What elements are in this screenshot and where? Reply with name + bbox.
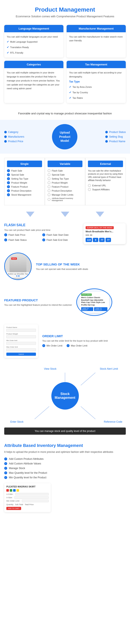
order-limit-heading: ORDER LIMIT xyxy=(42,334,108,338)
add-to-wishlist-btn[interactable]: + ADD TO WISHLIST xyxy=(94,307,107,311)
language-management-header: Language Management xyxy=(4,25,63,32)
attr-check-3: ✓ xyxy=(4,467,7,470)
flash-sale-card: SUPER DEAL OF THE MONT Mesh Breathable M… xyxy=(83,223,126,244)
external-type-col: External You can sale the other marketpl… xyxy=(85,158,126,205)
upload-model-section: Category Manufacturers Product Price Upl… xyxy=(0,120,130,154)
attr-heading: Attribute Based Inventory Management xyxy=(4,443,126,448)
tax-check-icon-2: ✔ xyxy=(69,90,71,95)
language-body-text: You can add multiple languages as per yo… xyxy=(7,35,61,39)
dot-icon-4 xyxy=(105,131,108,133)
arrows-row xyxy=(0,210,130,219)
flash-sale-text: FLASH SALE You can set product flash sal… xyxy=(4,223,79,242)
stock-management-section: View Stock Stock Alert Limit Stock Manag… xyxy=(0,362,130,439)
order-limits-row: ✓ Min Order Limit ✓ Max Order Limit xyxy=(42,344,108,348)
form-label-4: Max Order limit xyxy=(6,346,36,348)
arrow-down-1 xyxy=(26,212,35,217)
external-body-text: You can sale the other marketplace produ… xyxy=(88,169,123,182)
flash-features-grid: ✓ Flash Sale Price ✓ Flash Sale Start Da… xyxy=(4,234,79,242)
timer-box-4: 77 xyxy=(105,238,111,242)
single-check-3: ✓ xyxy=(7,177,10,180)
lang-item-3: ✔ RTL Friendly xyxy=(7,50,61,55)
upload-center-circle: Upload Product Model xyxy=(52,124,77,150)
attr-field-color[interactable] xyxy=(15,493,49,496)
var-item-7: Manage Order Limits xyxy=(48,193,83,196)
form-submit-btn[interactable]: Submit xyxy=(6,352,36,356)
page-subtitle: Ecommerce Solution comes with Comprehens… xyxy=(4,14,126,18)
feature-cards-grid: Language Management You can add multiple… xyxy=(0,21,130,107)
form-label-1: Product Name xyxy=(6,326,36,328)
single-check-6: ✓ xyxy=(7,189,10,192)
featured-badge: FEATURED xyxy=(81,294,92,296)
featured-actions: + ADD TO BASKET + ADD TO WISHLIST xyxy=(81,307,107,311)
upload-center-label: Upload Product Model xyxy=(59,130,70,143)
product-info-overlay: Button up Shoulder Top $ 80 xyxy=(7,272,29,278)
attr-feat-1: ✓ Add Custom Product Attributes xyxy=(4,458,126,460)
featured-heading: FEATURED PRODUCT xyxy=(4,298,72,302)
ext-item-2: Support Affiliates xyxy=(88,188,123,191)
flash-sale-description: You can set product flash sale price and… xyxy=(4,229,79,231)
attr-row-size: A-Size : xyxy=(6,496,49,499)
flash-check-1: ✓ xyxy=(4,234,7,236)
order-form-mockup: Product Name Product Weight Min Order li… xyxy=(4,324,38,358)
attr-card-title: PLEATED MADRAS SKIRT xyxy=(6,485,49,488)
ext-empty-2 xyxy=(88,188,91,191)
featured-description: You can set the highlighted feature prod… xyxy=(4,304,72,306)
single-check-5: ✓ xyxy=(7,185,10,188)
min-check: ✓ xyxy=(42,344,45,347)
order-limit-description: You can set the order limit for the buye… xyxy=(42,340,108,342)
swatch-blue xyxy=(13,489,16,492)
manufacturer-management-header: Manufacturer Management xyxy=(67,25,126,32)
min-order-item: ✓ Min Order Limit xyxy=(42,344,62,347)
flash-badge: SUPER DEAL OF THE MONT xyxy=(86,226,114,229)
attr-inventory-section: Attribute Based Inventory Management It … xyxy=(0,439,130,516)
color-swatches xyxy=(6,489,49,492)
upload-item-slug: Setting Slug xyxy=(105,135,126,138)
flash-timer: 119 8 77 77 xyxy=(86,238,124,242)
stock-center-circle: Stock Management xyxy=(51,382,79,410)
dot-icon-6 xyxy=(105,140,108,143)
flash-sale-section: FLASH SALE You can set product flash sal… xyxy=(0,219,130,248)
timer-box-3: 77 xyxy=(99,238,105,242)
attr-row-min: Min Order Limit : xyxy=(6,500,49,502)
swatch-yellow xyxy=(17,489,19,492)
page-header: Product Management Ecommerce Solution co… xyxy=(0,0,130,21)
max-order-item: ✓ Max Order Limit xyxy=(67,344,87,347)
flash-feat-4: ✓ Flash Sale End Date xyxy=(42,238,79,242)
form-field-4 xyxy=(6,348,36,351)
top-selling-description: You can set special sale that associated… xyxy=(36,268,88,270)
dot-icon-1 xyxy=(4,131,7,133)
tax-check-icon-3: ✔ xyxy=(69,96,71,100)
single-check-1: ✓ xyxy=(7,169,10,172)
tax-type-label: Tax Type xyxy=(69,80,123,84)
attr-check-5: ✓ xyxy=(4,476,7,479)
language-management-body: You can add multiple languages as per yo… xyxy=(4,32,63,58)
attr-features-list: ✓ Add Custom Product Attributes ✓ Add Cu… xyxy=(4,458,126,479)
featured-card-inner: FEATURED Men's Cotton Classic Baseball C… xyxy=(79,292,109,313)
form-row-2: Product Weight xyxy=(6,333,36,338)
attr-field-size[interactable] xyxy=(14,496,49,499)
single-item-2: ✓Special Sale xyxy=(7,173,42,176)
var-item-1: Flash Sale xyxy=(48,169,83,172)
order-limit-text: ORDER LIMIT You can set the order limit … xyxy=(42,334,108,348)
upload-item-name: Product Name xyxy=(105,140,126,143)
product-price: $ 80 xyxy=(8,275,28,277)
attr-description: It helps to upload the product in more p… xyxy=(4,450,126,454)
single-check-4: ✓ xyxy=(7,181,10,184)
attr-add-to-cart-btn[interactable]: ADD TO CART xyxy=(6,507,21,510)
timer-box-1: 119 xyxy=(86,238,92,242)
var-empty-8 xyxy=(48,198,51,201)
flash-card-price: $35 89 xyxy=(86,234,124,236)
single-check-2: ✓ xyxy=(7,173,10,176)
swatch-red xyxy=(6,489,9,492)
single-item-5: ✓Feature Product xyxy=(7,185,42,188)
add-to-basket-btn[interactable]: + ADD TO BASKET xyxy=(81,307,93,311)
form-field-2 xyxy=(6,335,36,338)
flash-card-title: Mesh Breathable Men's... xyxy=(86,230,124,233)
section-tagline: Favorable and crystal way to manage prod… xyxy=(0,107,130,120)
attr-field-min[interactable] xyxy=(22,500,49,502)
upload-item-manufacturers: Manufacturers xyxy=(4,135,24,138)
top-selling-heading: TOP SELLING OF THE WEEK xyxy=(36,262,88,266)
check-icon-3: ✔ xyxy=(7,50,9,55)
product-circle: NEW Button up Shoulder Top $ 80 xyxy=(4,252,32,280)
dot-icon-2 xyxy=(4,136,7,138)
